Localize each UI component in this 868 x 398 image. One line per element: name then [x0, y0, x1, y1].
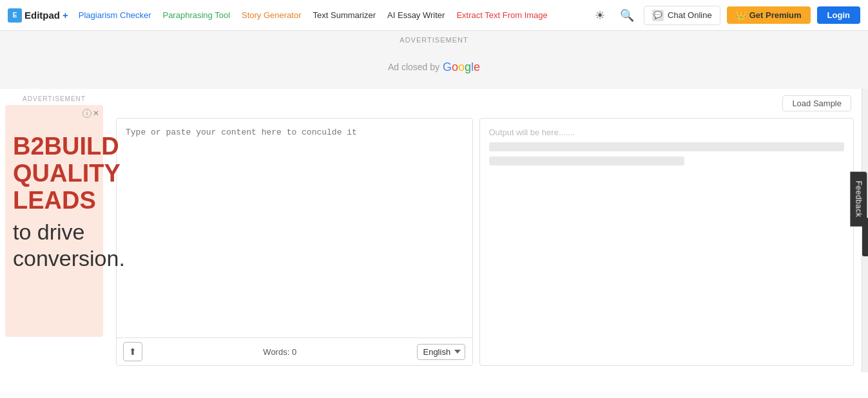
- logo-text: Editpad: [24, 10, 60, 21]
- google-logo: Google: [443, 61, 480, 74]
- nav-text-summarizer[interactable]: Text Summarizer: [313, 10, 376, 20]
- editor-row: ⬆ Words: 0 English Output will be here..…: [116, 118, 854, 366]
- words-number: 0: [292, 347, 296, 357]
- load-sample-label: Load Sample: [792, 99, 842, 108]
- chat-online-label: Chat Online: [668, 10, 712, 20]
- output-placeholder-text: Output will be here.......: [489, 128, 845, 137]
- ad-leads: LEADS: [13, 187, 96, 214]
- words-count: Words: 0: [263, 347, 296, 357]
- output-panel: Output will be here.......: [479, 118, 854, 366]
- nav-story-generator[interactable]: Story Generator: [242, 10, 302, 20]
- nav-paraphrasing[interactable]: Paraphrasing Tool: [162, 10, 230, 20]
- upload-button[interactable]: ⬆: [123, 342, 142, 361]
- premium-label: Get Premium: [749, 10, 802, 20]
- ad-build: BUILD: [44, 133, 119, 160]
- main-container: ADVERTISEMENT i ✕ B2BUILD QUALITY LEADS …: [0, 89, 868, 372]
- ad-closed-text: Ad closed by: [388, 62, 439, 72]
- nav-ai-essay[interactable]: AI Essay Writer: [387, 10, 445, 20]
- header: E Editpad + Plagiarism Checker Paraphras…: [0, 0, 868, 31]
- ad-banner: ADVERTISEMENT Ad closed by Google: [0, 31, 868, 89]
- theme-toggle-button[interactable]: ☀: [590, 5, 610, 26]
- load-sample-row: Load Sample: [116, 95, 854, 111]
- output-bar-2: [489, 156, 684, 166]
- load-sample-button[interactable]: Load Sample: [782, 95, 851, 111]
- login-button[interactable]: Login: [817, 6, 860, 24]
- crown-icon: 👑: [736, 10, 746, 20]
- logo-plus: +: [63, 10, 68, 21]
- output-bar-1: [489, 142, 845, 151]
- nav-extract-text[interactable]: Extract Text From Image: [456, 10, 547, 20]
- nav-plagiarism[interactable]: Plagiarism Checker: [79, 10, 151, 20]
- ad-headline: B2BUILD QUALITY LEADS: [13, 133, 95, 214]
- ad-close-button[interactable]: ✕: [93, 109, 99, 118]
- feedback-label: Feedback: [854, 181, 863, 218]
- ad-b2: B2: [13, 133, 44, 160]
- chat-online-button[interactable]: 💬 Chat Online: [644, 6, 720, 25]
- ad-quality: QUALITY: [13, 160, 121, 187]
- upload-icon: ⬆: [129, 346, 137, 357]
- content-input[interactable]: [117, 118, 472, 337]
- ad-banner-content: Ad closed by Google: [0, 48, 868, 86]
- content-area: Load Sample ⬆ Words: 0 English: [108, 89, 862, 372]
- search-button[interactable]: 🔍: [617, 5, 637, 26]
- ad-banner-label: ADVERTISEMENT: [0, 36, 868, 44]
- ad-info-icon[interactable]: i: [82, 109, 92, 118]
- logo[interactable]: E Editpad +: [8, 8, 68, 23]
- logo-icon: E: [8, 8, 22, 23]
- ad-subtext: to drive conversion.: [13, 219, 95, 272]
- left-ad-label: ADVERTISEMENT: [5, 95, 103, 102]
- get-premium-button[interactable]: 👑 Get Premium: [727, 6, 811, 24]
- login-label: Login: [827, 10, 850, 20]
- left-advertisement: ADVERTISEMENT i ✕ B2BUILD QUALITY LEADS …: [0, 89, 108, 372]
- language-select[interactable]: English: [417, 344, 465, 360]
- nav-links: Plagiarism Checker Paraphrasing Tool Sto…: [79, 10, 584, 20]
- chat-icon: 💬: [652, 10, 664, 21]
- right-scrollbar[interactable]: [862, 89, 868, 372]
- header-actions: ☀ 🔍 💬 Chat Online 👑 Get Premium Login: [590, 5, 860, 26]
- input-panel: ⬆ Words: 0 English: [116, 118, 473, 366]
- words-label: Words:: [263, 347, 289, 357]
- feedback-tab[interactable]: Feedback: [851, 172, 867, 227]
- input-footer: ⬆ Words: 0 English: [117, 337, 472, 365]
- left-ad-banner: i ✕ B2BUILD QUALITY LEADS to drive conve…: [5, 105, 103, 337]
- ad-close-controls: i ✕: [82, 109, 99, 118]
